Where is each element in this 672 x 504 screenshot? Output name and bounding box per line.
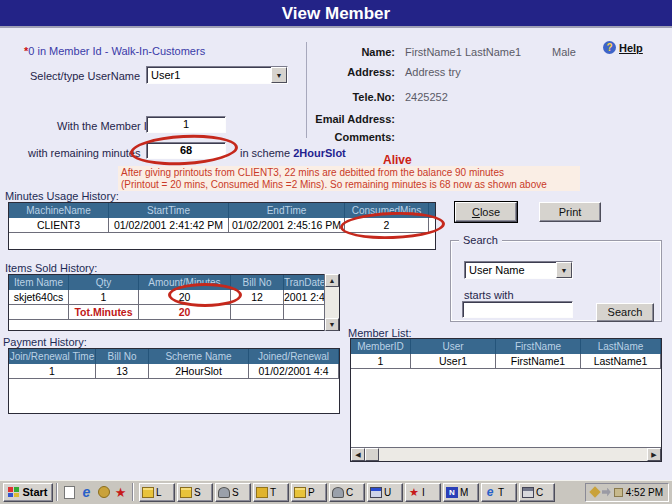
table-row[interactable]: 1132HourSlot01/02/2001 4:4 <box>9 364 339 379</box>
column-header: Join/Renewal Time <box>9 349 96 364</box>
star-icon[interactable]: ★ <box>112 484 129 501</box>
payment-history-label: Payment History: <box>3 336 87 348</box>
people-icon <box>218 487 230 498</box>
people-icon <box>332 487 344 498</box>
search-button[interactable]: Search <box>596 303 654 322</box>
column-header: EndTime <box>229 203 345 218</box>
member-list-scrollbar[interactable]: ◀ ▶ <box>351 447 661 461</box>
scroll-down-icon[interactable]: ▼ <box>325 318 339 331</box>
taskbar-button-t[interactable]: T <box>253 483 289 502</box>
taskbar-button-label: C <box>536 487 543 498</box>
window-title: View Member <box>0 0 672 28</box>
table-cell: 01/02/2001 2:45:16 PM <box>229 218 345 233</box>
start-button[interactable]: Start <box>3 483 53 502</box>
taskbar-button-c[interactable]: C <box>329 483 365 502</box>
search-field-value: User Name <box>465 264 556 276</box>
folder-icon <box>142 487 154 498</box>
table-row[interactable]: 1User1FirstName1LastName1 <box>351 354 661 369</box>
table-cell: skjet640cs <box>9 290 69 305</box>
ie-icon: e <box>484 487 496 498</box>
taskbar-clock: 4:52 PM <box>626 487 663 498</box>
taskbar-button-u[interactable]: U <box>367 483 403 502</box>
table-header-row: Item NameQtyAmount/MinutesBill NoTranDat… <box>9 275 339 290</box>
member-id-field[interactable]: 1 <box>146 116 226 133</box>
search-field-combobox[interactable]: User Name ▼ <box>464 261 573 279</box>
table-header-row: MemberIDUserFirstNameLastName <box>351 339 661 354</box>
table-cell: 13 <box>96 364 149 379</box>
taskbar-button-l[interactable]: L <box>139 483 175 502</box>
column-header: Amount/Minutes <box>139 275 231 290</box>
column-header: TranDate <box>284 275 325 290</box>
taskbar-button-s[interactable]: S <box>177 483 213 502</box>
email-label: Email Address: <box>280 113 395 125</box>
scroll-up-icon[interactable]: ▲ <box>325 274 339 287</box>
column-header: MemberID <box>351 339 411 354</box>
internet-explorer-icon[interactable]: e <box>78 484 95 501</box>
remaining-minutes-field[interactable]: 68 <box>146 142 226 159</box>
scheme-label: in scheme 2HourSlot <box>240 147 346 159</box>
print-button[interactable]: Print <box>539 202 601 222</box>
address-value: Address try <box>405 66 461 78</box>
table-row[interactable]: skjet640cs120122001 2:44 <box>9 290 339 305</box>
column-header: MachineName <box>9 203 109 218</box>
table-cell: LastName1 <box>581 354 661 369</box>
scrollbar-track[interactable] <box>379 448 647 461</box>
scrollbar-thumb[interactable] <box>365 448 379 461</box>
chevron-down-icon[interactable]: ▼ <box>556 262 572 278</box>
annotation-note: After giving printouts from CLIENT3, 22 … <box>118 166 580 191</box>
column-header: StartTime <box>109 203 229 218</box>
table-cell: 2 <box>345 218 429 233</box>
taskbar-button-i[interactable]: ★I <box>405 483 441 502</box>
items-sold-label: Items Sold History: <box>5 262 97 274</box>
start-button-label: Start <box>22 486 47 498</box>
taskbar-divider <box>56 483 58 501</box>
taskbar-button-label: S <box>232 487 239 498</box>
starts-with-label: starts with <box>464 289 514 301</box>
column-header: FirstName <box>496 339 581 354</box>
help-link[interactable]: ? Help <box>603 41 643 54</box>
help-label: Help <box>619 42 643 54</box>
system-tray: 4:52 PM <box>585 483 669 502</box>
table-cell: 2001 2:44 <box>284 290 325 305</box>
remaining-minutes-label: with remaining minutes <box>28 147 141 159</box>
table-cell <box>9 305 69 320</box>
scroll-left-icon[interactable]: ◀ <box>351 448 365 461</box>
taskbar-button-label: S <box>194 487 201 498</box>
taskbar: Start e ★ LSSTPCU★INMeTC 4:52 PM <box>0 480 672 504</box>
name-value: FirstName1 LastName1 <box>405 46 521 58</box>
taskbar-button-p[interactable]: P <box>291 483 327 502</box>
taskbar-button-m[interactable]: NM <box>443 483 479 502</box>
username-combobox-value: User1 <box>147 69 271 81</box>
table-cell: 12 <box>231 290 284 305</box>
walk-in-note: *0 in Member Id - Walk-In-Customers <box>24 45 205 57</box>
taskbar-button-t[interactable]: eT <box>481 483 517 502</box>
tray-icon-3[interactable] <box>614 488 623 497</box>
taskbar-button-label: U <box>384 487 391 498</box>
scroll-right-icon[interactable]: ▶ <box>647 448 661 461</box>
table-cell: CLIENT3 <box>9 218 109 233</box>
globe-icon[interactable] <box>95 484 112 501</box>
view-member-window: View Member *0 in Member Id - Walk-In-Cu… <box>0 0 672 504</box>
scheme-value: 2HourSlot <box>293 147 346 159</box>
minutes-usage-table: MachineNameStartTimeEndTimeConsumedMinsC… <box>8 202 436 250</box>
app-yellow-icon <box>256 487 268 498</box>
search-input[interactable] <box>462 301 573 318</box>
table-cell: 01/02/2001 4:4 <box>249 364 339 379</box>
username-combobox[interactable]: User1 ▼ <box>146 66 288 84</box>
taskbar-button-c[interactable]: C <box>519 483 555 502</box>
table-row[interactable]: Tot.Minutes20 <box>9 305 339 320</box>
taskbar-button-label: T <box>498 487 504 498</box>
task-buttons: LSSTPCU★INMeTC <box>139 483 555 502</box>
table-cell: 1 <box>351 354 411 369</box>
tray-icon-2[interactable] <box>602 488 611 497</box>
items-sold-scrollbar[interactable]: ▲ ▼ <box>324 274 339 331</box>
column-header: ConsumedMins <box>345 203 429 218</box>
taskbar-button-s[interactable]: S <box>215 483 251 502</box>
star-red-icon: ★ <box>408 487 420 498</box>
table-cell: Tot.Minutes <box>69 305 139 320</box>
close-button[interactable]: Close <box>455 202 517 222</box>
table-row[interactable]: CLIENT301/02/2001 2:41:42 PM01/02/2001 2… <box>9 218 435 233</box>
tray-icon-1[interactable] <box>589 486 600 497</box>
show-desktop-icon[interactable] <box>61 484 78 501</box>
close-button-label: lose <box>480 206 500 218</box>
